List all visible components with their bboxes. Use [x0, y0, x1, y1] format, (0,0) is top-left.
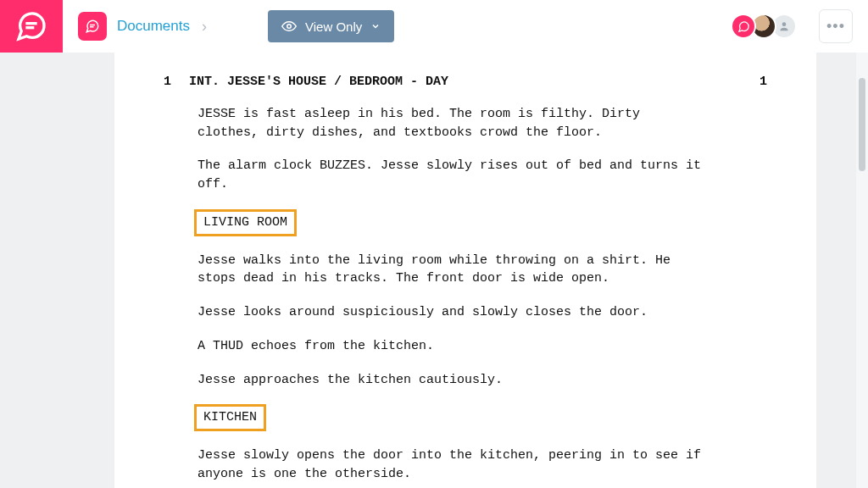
eye-icon — [281, 19, 297, 34]
view-mode-label: View Only — [305, 19, 362, 34]
action-block: Jesse looks around suspiciously and slow… — [198, 303, 706, 322]
action-block: Jesse slowly opens the door into the kit… — [198, 446, 706, 484]
subscene-heading: LIVING ROOM — [194, 209, 297, 236]
chevron-down-icon — [370, 21, 381, 31]
person-icon — [778, 20, 790, 32]
scene-number-left: 1 — [164, 73, 189, 92]
scene-slugline: INT. JESSE'S HOUSE / BEDROOM - DAY — [189, 73, 742, 92]
scene-heading-row: 1 INT. JESSE'S HOUSE / BEDROOM - DAY 1 — [164, 73, 767, 92]
action-block: A THUD echoes from the kitchen. — [198, 337, 706, 356]
app-logo[interactable] — [0, 0, 63, 53]
avatar-chat-icon[interactable] — [731, 14, 756, 39]
svg-point-5 — [782, 22, 787, 26]
topbar: Documents › View Only — [63, 0, 868, 53]
svg-point-4 — [287, 25, 292, 29]
breadcrumb-documents[interactable]: Documents — [117, 18, 190, 35]
chat-bubble-icon — [737, 20, 750, 33]
chat-bubble-icon — [85, 19, 100, 34]
ellipsis-icon: ••• — [826, 18, 845, 36]
view-mode-button[interactable]: View Only — [268, 10, 394, 42]
action-block: Jesse walks into the living room while t… — [198, 252, 706, 289]
action-block: JESSE is fast asleep in his bed. The roo… — [198, 105, 706, 142]
document-workspace: 1 INT. JESSE'S HOUSE / BEDROOM - DAY 1 J… — [63, 53, 868, 488]
chevron-right-icon: › — [202, 18, 207, 36]
vertical-scrollbar[interactable] — [856, 53, 868, 488]
subscene-heading: KITCHEN — [194, 404, 266, 431]
collaborator-avatars[interactable] — [736, 14, 797, 39]
scene-number-right: 1 — [742, 73, 767, 92]
scrollbar-thumb[interactable] — [859, 78, 865, 171]
chat-bubble-icon — [14, 9, 48, 43]
document-badge-icon[interactable] — [78, 12, 107, 41]
more-menu-button[interactable]: ••• — [819, 9, 853, 43]
action-block: The alarm clock BUZZES. Jesse slowly ris… — [198, 157, 706, 194]
script-page[interactable]: 1 INT. JESSE'S HOUSE / BEDROOM - DAY 1 J… — [114, 53, 816, 488]
action-block: Jesse approaches the kitchen cautiously. — [198, 371, 706, 390]
